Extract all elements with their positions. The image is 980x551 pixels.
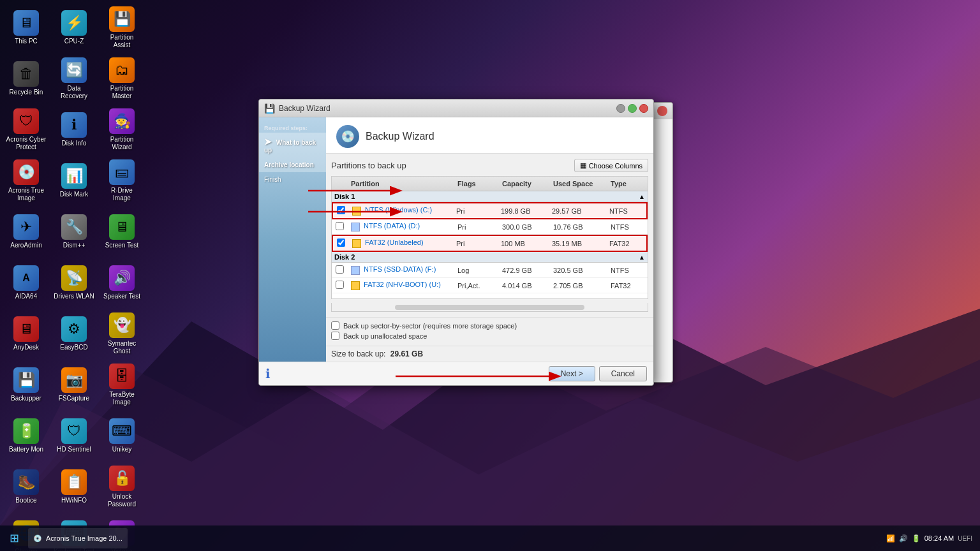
- icon-dism[interactable]: 🔧 Dism++: [51, 207, 97, 256]
- col-partition: Partition: [348, 179, 455, 189]
- col-used: Used Space: [551, 179, 608, 189]
- icon-speaker-test[interactable]: 🔊 Speaker Test: [99, 258, 145, 307]
- col-check: [333, 179, 348, 189]
- partitions-area: Partitions to back up ▦ Choose Columns P…: [326, 154, 653, 317]
- icon-partition-assist[interactable]: 💾 Partition Assist: [99, 3, 145, 52]
- icon-acronis-true[interactable]: 💿 Acronis True Image: [3, 156, 49, 205]
- dialog-content-area: Required steps: ➤ What to back up Archiv…: [259, 117, 653, 362]
- icon-partition-master[interactable]: 🗂 Partition Master: [99, 54, 145, 103]
- part-icon-f: [351, 266, 360, 275]
- step-finish[interactable]: Finish: [259, 172, 326, 187]
- icon-hwinfo[interactable]: 📋 HWiNFO: [51, 462, 97, 511]
- required-steps-label: Required steps:: [259, 122, 326, 133]
- choose-columns-icon: ▦: [580, 161, 586, 170]
- icon-aida64[interactable]: A AIDA64: [3, 258, 49, 307]
- icon-hd-sentinel[interactable]: 🛡 HD Sentinel: [51, 411, 97, 460]
- partition-row-unlabeled[interactable]: FAT32 (Unlabeled) Pri 100 MB 35.19 MB FA…: [332, 235, 648, 252]
- icon-disk-mark[interactable]: 📊 Disk Mark: [51, 156, 97, 205]
- choose-columns-button[interactable]: ▦ Choose Columns: [574, 159, 648, 172]
- step-archive-location[interactable]: Archive location: [259, 158, 326, 172]
- icon-partition-wizard[interactable]: 🧙 Partition Wizard: [99, 105, 145, 154]
- dialog-titlebar: 💾 Backup Wizard: [259, 99, 653, 117]
- icon-cpu-z[interactable]: ⚡ CPU-Z: [51, 3, 97, 52]
- options-area: Back up sector-by-sector (requires more …: [326, 317, 653, 346]
- cancel-button[interactable]: Cancel: [599, 366, 647, 381]
- icon-easybcd[interactable]: ⚙ EasyBCD: [51, 309, 97, 358]
- step-what-to-back-up[interactable]: ➤ What to back up: [259, 133, 326, 158]
- icon-disk-info[interactable]: ℹ Disk Info: [51, 105, 97, 154]
- part-icon-d: [351, 223, 360, 231]
- partition-row-d[interactable]: NTFS (DATA) (D:) Pri 300.0 GB 10.76 GB N…: [332, 219, 648, 235]
- icon-screen-test[interactable]: 🖥 Screen Test: [99, 207, 145, 256]
- tray-volume-icon[interactable]: 🔊: [899, 534, 908, 543]
- wizard-header-icon: 💿: [336, 125, 359, 148]
- minimize-button[interactable]: [616, 104, 625, 113]
- disk2-collapse[interactable]: ▲: [639, 254, 645, 261]
- icon-backupper[interactable]: 💾 Backupper: [3, 360, 49, 409]
- desktop-icon-grid: 🖥 This PC ⚡ CPU-Z 💾 Partition Assist 🗑 R…: [0, 0, 140, 523]
- disk2-group: Disk 2 ▲: [332, 252, 648, 263]
- check-u[interactable]: [336, 281, 344, 289]
- part-icon-u: [351, 281, 360, 290]
- parent-close-button[interactable]: [657, 106, 667, 116]
- icon-acronis-cyber[interactable]: 🛡 Acronis Cyber Protect: [3, 105, 49, 154]
- option-sector: Back up sector-by-sector (requires more …: [331, 321, 648, 330]
- icon-unlock-password[interactable]: 🔓 Unlock Password: [99, 462, 145, 511]
- icon-symantec[interactable]: 👻 Symantec Ghost: [99, 309, 145, 358]
- icon-bootice[interactable]: 🥾 Bootice: [3, 462, 49, 511]
- checkbox-sector[interactable]: [331, 321, 339, 330]
- checkbox-unallocated[interactable]: [331, 332, 339, 340]
- partition-row-f[interactable]: NTFS (SSD-DATA) (F:) Log 472.9 GB 320.5 …: [332, 263, 648, 278]
- dialog-title: Backup Wizard: [279, 104, 330, 113]
- col-type: Type: [608, 179, 646, 189]
- start-button[interactable]: ⊞: [3, 527, 26, 550]
- tray-time: 08:24 AM: [924, 534, 954, 542]
- icon-anydesk[interactable]: 🖥 AnyDesk: [3, 309, 49, 358]
- icon-drivers-wlan[interactable]: 📡 Drivers WLAN: [51, 258, 97, 307]
- icon-r-drive[interactable]: 🖴 R-Drive Image: [99, 156, 145, 205]
- icon-fscapture[interactable]: 📷 FSCapture: [51, 360, 97, 409]
- part-icon-unlabeled: [352, 239, 361, 248]
- partition-row-u[interactable]: FAT32 (NHV-BOOT) (U:) Pri,Act. 4.014 GB …: [332, 278, 648, 293]
- table-header: Partition Flags Capacity Used Space Type: [332, 177, 648, 191]
- size-label: Size to back up:: [331, 349, 385, 358]
- icon-recycle-bin[interactable]: 🗑 Recycle Bin: [3, 54, 49, 103]
- taskbar-item-label: Acronis True Image 20...: [46, 534, 122, 542]
- next-button[interactable]: Next >: [549, 366, 595, 381]
- table-scrollbar[interactable]: [331, 303, 648, 312]
- check-d[interactable]: [336, 222, 344, 230]
- icon-data-recovery[interactable]: 🔄 Data Recovery: [51, 54, 97, 103]
- part-icon-c: [352, 207, 361, 216]
- wizard-header-title: Backup Wizard: [366, 131, 434, 142]
- option-unallocated: Back up unallocated space: [331, 332, 648, 340]
- dialog-footer: ℹ Next > Cancel: [259, 362, 653, 385]
- icon-battery-mon[interactable]: 🔋 Battery Mon: [3, 411, 49, 460]
- taskbar-item-icon: 💿: [33, 534, 42, 543]
- check-f[interactable]: [336, 265, 344, 274]
- col-capacity: Capacity: [500, 179, 551, 189]
- taskbar-item-acronis[interactable]: 💿 Acronis True Image 20...: [28, 528, 128, 548]
- wizard-header: 💿 Backup Wizard: [326, 117, 653, 154]
- col-flags: Flags: [455, 179, 500, 189]
- partition-row-c[interactable]: NTFS (Windows) (C:) Pri 199.8 GB 29.57 G…: [332, 202, 648, 219]
- taskbar: ⊞ 💿 Acronis True Image 20... 📶 🔊 🔋 08:24…: [0, 525, 980, 551]
- check-c[interactable]: [337, 206, 345, 214]
- backup-wizard-dialog: 💾 Backup Wizard Required steps: ➤ What t…: [258, 99, 654, 386]
- dialog-icon: 💾: [264, 103, 275, 114]
- icon-unikey[interactable]: ⌨ Unikey: [99, 411, 145, 460]
- disk1-collapse[interactable]: ▲: [639, 193, 645, 200]
- titlebar-controls: [616, 104, 648, 113]
- help-icon[interactable]: ℹ: [265, 366, 271, 381]
- maximize-button[interactable]: [628, 104, 637, 113]
- tray-battery-icon[interactable]: 🔋: [912, 534, 921, 543]
- tray-network-icon[interactable]: 📶: [886, 534, 895, 543]
- wizard-main: 💿 Backup Wizard Partitions to back up ▦ …: [326, 117, 653, 362]
- icon-this-pc[interactable]: 🖥 This PC: [3, 3, 49, 52]
- desktop: 🖥 This PC ⚡ CPU-Z 💾 Partition Assist 🗑 R…: [0, 0, 980, 551]
- close-button[interactable]: [639, 104, 648, 113]
- size-value: 29.61 GB: [390, 349, 423, 358]
- size-area: Size to back up: 29.61 GB: [326, 346, 653, 362]
- icon-aeroadmin[interactable]: ✈ AeroAdmin: [3, 207, 49, 256]
- check-unlabeled[interactable]: [337, 239, 345, 247]
- icon-terabyte[interactable]: 🗄 TeraByte Image: [99, 360, 145, 409]
